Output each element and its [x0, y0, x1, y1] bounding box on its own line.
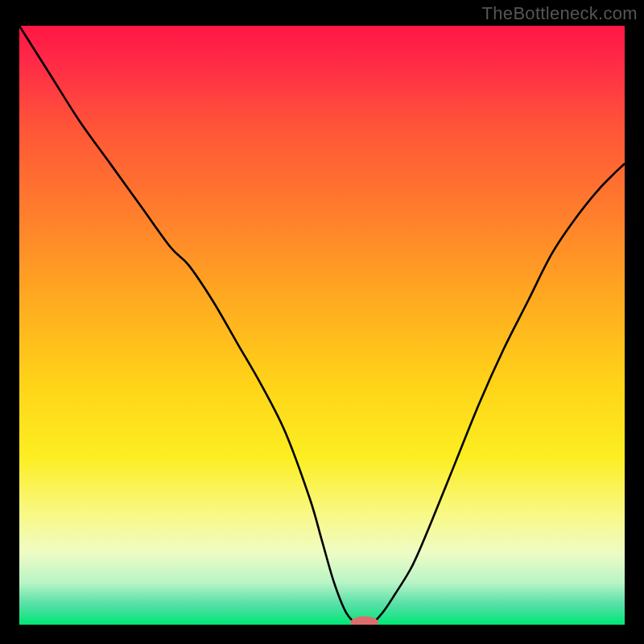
watermark-text: TheBottleneck.com	[482, 3, 638, 24]
bottleneck-chart	[19, 26, 625, 625]
chart-frame: TheBottleneck.com	[0, 0, 644, 644]
gradient-background	[19, 26, 625, 625]
plot-area	[19, 26, 625, 625]
